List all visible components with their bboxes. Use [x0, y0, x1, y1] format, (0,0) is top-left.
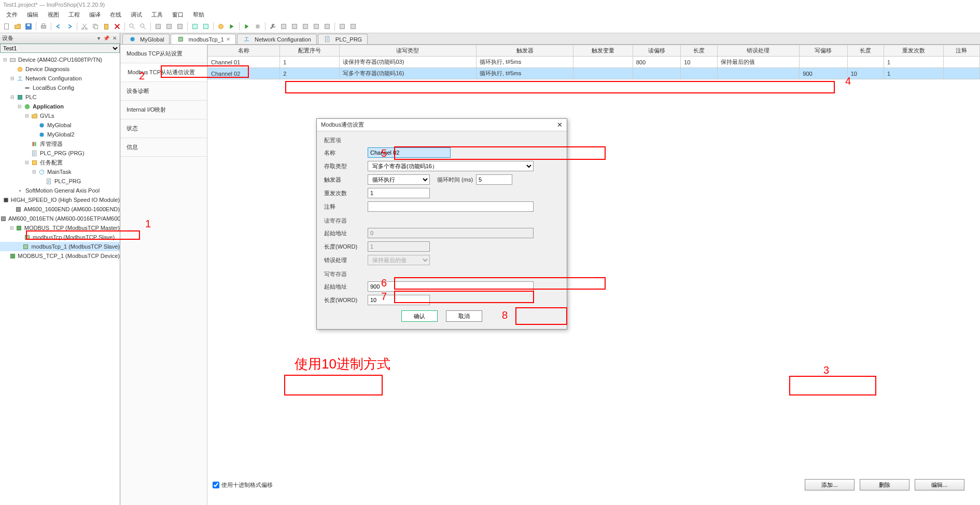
menu-online[interactable]: 在线: [106, 10, 125, 20]
tb-icon[interactable]: [312, 22, 321, 31]
menu-project[interactable]: 工程: [64, 10, 84, 20]
panel-pin-icon[interactable]: 📌: [102, 35, 110, 41]
cycle-time-input[interactable]: [476, 174, 512, 185]
tree-item[interactable]: ⊟MODBUS_TCP (ModbusTCP Master): [0, 223, 120, 233]
trigger-select[interactable]: 循环执行: [368, 174, 430, 185]
stop-icon[interactable]: [253, 22, 262, 31]
write-start-input[interactable]: [368, 281, 534, 292]
edit-button[interactable]: 编辑...: [915, 479, 964, 490]
tree-item[interactable]: PLC_PRG (PRG): [0, 148, 120, 158]
column-header[interactable]: 错误处理: [717, 45, 800, 57]
panel-pin-icon[interactable]: ▾: [96, 35, 101, 41]
editor-tab[interactable]: MyGlobal: [122, 34, 170, 44]
column-header[interactable]: 触发变量: [573, 45, 633, 57]
side-nav-item[interactable]: 状态: [120, 119, 207, 138]
menu-view[interactable]: 视图: [44, 10, 63, 20]
panel-close-icon[interactable]: ✕: [111, 35, 118, 41]
table-row[interactable]: Channel 011读保持寄存器(功能码03)循环执行, t#5ms80010…: [208, 57, 980, 68]
tree-item[interactable]: SoftMotion General Axis Pool: [0, 186, 120, 195]
tb-icon[interactable]: [323, 22, 332, 31]
menu-edit[interactable]: 编辑: [23, 10, 43, 20]
menu-window[interactable]: 窗口: [168, 10, 188, 20]
tb-icon[interactable]: [301, 22, 310, 31]
tb-icon[interactable]: [348, 22, 358, 31]
channel-name-input[interactable]: [368, 147, 451, 158]
undo-icon[interactable]: [54, 22, 63, 31]
editor-tab[interactable]: Network Configuration: [237, 34, 317, 44]
print-icon[interactable]: [39, 22, 48, 31]
tree-item[interactable]: modbusTcp_1 (ModbusTCP Slave): [0, 242, 120, 251]
paste-icon[interactable]: [102, 22, 111, 31]
column-header[interactable]: 长度: [847, 45, 884, 57]
tree-item[interactable]: AM600_1600END (AM600-1600END): [0, 204, 120, 214]
tree-item[interactable]: MODBUS_TCP_1 (ModbusTCP Device): [0, 251, 120, 261]
tree-item[interactable]: modbusTcp (ModbusTCP Slave): [0, 233, 120, 242]
side-nav-item[interactable]: 信息: [120, 138, 207, 157]
access-type-select[interactable]: 写多个寄存器(功能码16）: [368, 161, 534, 171]
copy-icon[interactable]: [91, 22, 100, 31]
tree-item[interactable]: MyGlobal: [0, 120, 120, 130]
column-header[interactable]: 长度: [681, 45, 717, 57]
new-icon[interactable]: [2, 22, 11, 31]
tree-item[interactable]: ⊟GVLs: [0, 111, 120, 120]
column-header[interactable]: 读偏移: [633, 45, 680, 57]
tree-item[interactable]: ⊟Network Configuration: [0, 74, 120, 83]
retry-input[interactable]: [368, 188, 430, 198]
side-nav-item[interactable]: Internal I/O映射: [120, 101, 207, 119]
add-button[interactable]: 添加...: [805, 479, 855, 490]
wrench-icon[interactable]: [268, 22, 277, 31]
save-icon[interactable]: [24, 22, 33, 31]
tab-close-icon[interactable]: ✕: [226, 36, 230, 42]
menu-debug[interactable]: 调试: [127, 10, 146, 20]
comment-input[interactable]: [368, 201, 534, 212]
tb-icon[interactable]: [175, 22, 185, 31]
tb-icon[interactable]: [227, 22, 236, 31]
column-header[interactable]: 读写类型: [339, 45, 476, 57]
column-header[interactable]: 名称: [208, 45, 280, 57]
editor-tab[interactable]: PLC_PRG: [318, 34, 368, 44]
tree-item[interactable]: ⊟任务配置: [0, 158, 120, 167]
write-len-input[interactable]: [368, 295, 430, 305]
find-icon[interactable]: [128, 22, 137, 31]
login-icon[interactable]: [242, 22, 251, 31]
cut-icon[interactable]: [80, 22, 89, 31]
tb-icon[interactable]: [190, 22, 200, 31]
redo-icon[interactable]: [65, 22, 74, 31]
tree-item[interactable]: ⊟Device (AM402-CPU1608TP/TN): [0, 55, 120, 64]
side-nav-item[interactable]: 设备诊断: [120, 82, 207, 101]
tree-item[interactable]: PLC_PRG: [0, 176, 120, 186]
delete-button[interactable]: 删除: [860, 479, 909, 490]
editor-tab[interactable]: modbusTcp_1✕: [171, 34, 236, 44]
side-nav-item[interactable]: Modbus TCP从站设置: [120, 45, 207, 63]
tb-icon[interactable]: [153, 22, 163, 31]
tb-icon[interactable]: [290, 22, 299, 31]
tb-icon[interactable]: [279, 22, 288, 31]
ok-button[interactable]: 确认: [401, 310, 438, 322]
tree-item[interactable]: MyGlobal2: [0, 130, 120, 139]
open-icon[interactable]: [13, 22, 22, 31]
tb-icon[interactable]: [216, 22, 226, 31]
tb-icon[interactable]: [201, 22, 211, 31]
tb-icon[interactable]: [338, 22, 347, 31]
table-row[interactable]: Channel 022写多个寄存器(功能码16)循环执行, t#5ms90010…: [208, 68, 980, 79]
menu-file[interactable]: 文件: [2, 10, 22, 20]
tree-item[interactable]: AM600_0016ETN (AM600-0016ETP/AM600-001: [0, 214, 120, 223]
column-header[interactable]: 注释: [943, 45, 979, 57]
tree-item[interactable]: Device Diagnosis: [0, 64, 120, 74]
tree-item[interactable]: ⊟Application: [0, 102, 120, 111]
cancel-button[interactable]: 取消: [446, 310, 482, 322]
tree-item[interactable]: LocalBus Config: [0, 83, 120, 92]
delete-icon[interactable]: [113, 22, 122, 31]
dialog-close-icon[interactable]: ✕: [557, 121, 563, 129]
column-header[interactable]: 重发次数: [884, 45, 944, 57]
column-header[interactable]: 配置序号: [280, 45, 340, 57]
menu-build[interactable]: 编译: [85, 10, 105, 20]
menu-help[interactable]: 帮助: [189, 10, 208, 20]
find-next-icon[interactable]: [138, 22, 148, 31]
device-tree[interactable]: ⊟Device (AM402-CPU1608TP/TN)Device Diagn…: [0, 54, 120, 262]
tree-item[interactable]: ⊟PLC: [0, 92, 120, 102]
menu-tools[interactable]: 工具: [147, 10, 167, 20]
tree-item[interactable]: 库管理器: [0, 139, 120, 148]
tb-icon[interactable]: [164, 22, 174, 31]
tree-item[interactable]: HIGH_SPEED_IO (High Speed IO Module): [0, 195, 120, 204]
